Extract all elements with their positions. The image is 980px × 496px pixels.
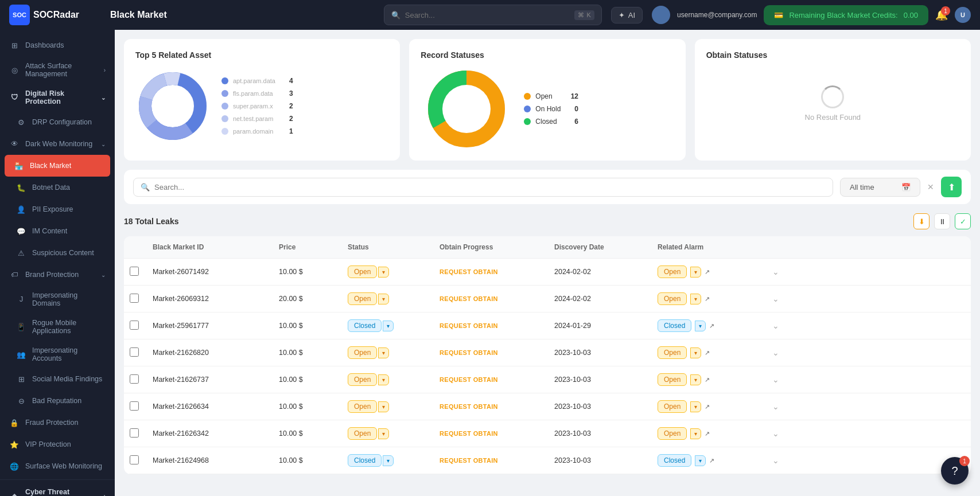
checkbox-6[interactable]: [130, 428, 139, 438]
credits-banner[interactable]: 💳 Remaining Black Market Credits: 0.00: [764, 5, 928, 25]
topbar-search[interactable]: 🔍 ⌘ K: [384, 5, 602, 25]
sidebar-item-dark-web[interactable]: 👁 Dark Web Monitoring ⌄: [0, 133, 115, 155]
alarm-dropdown-6[interactable]: ▾: [690, 428, 701, 439]
sidebar-item-suspicious[interactable]: ⚠ Suspicious Content: [0, 242, 115, 264]
row-obtain-2[interactable]: REQUEST OBTAIN: [434, 315, 549, 337]
checkbox-7[interactable]: [130, 455, 139, 464]
sidebar-item-black-market[interactable]: 🏪 Black Market: [5, 155, 110, 177]
sidebar-item-social-media[interactable]: ⊞ Social Media Findings: [0, 368, 115, 390]
alarm-link-6[interactable]: ↗: [705, 430, 710, 438]
sidebar-item-surface-web[interactable]: 🌐 Surface Web Monitoring: [0, 455, 115, 477]
alarm-link-0[interactable]: ↗: [705, 268, 710, 276]
expand-icon-6[interactable]: ⌄: [772, 429, 779, 438]
row-checkbox-3[interactable]: [124, 341, 147, 365]
row-checkbox-0[interactable]: [124, 260, 147, 284]
obtain-btn-6[interactable]: REQUEST OBTAIN: [440, 430, 498, 437]
notification-bell[interactable]: 🔔 1: [935, 9, 948, 21]
row-checkbox-6[interactable]: [124, 421, 147, 446]
sidebar-item-cti[interactable]: ◈ Cyber Threat Intelligence ›: [0, 482, 115, 496]
status-dropdown-2[interactable]: ▾: [383, 321, 394, 331]
expand-icon-4[interactable]: ⌄: [772, 375, 779, 384]
row-obtain-1[interactable]: REQUEST OBTAIN: [434, 288, 549, 310]
export-yellow-btn[interactable]: ⬇: [913, 213, 930, 229]
obtain-btn-2[interactable]: REQUEST OBTAIN: [440, 322, 498, 329]
sidebar-item-imp-accounts[interactable]: 👥 Impersonating Accounts: [0, 341, 115, 368]
row-expand-1[interactable]: ⌄: [767, 287, 790, 310]
row-expand-7[interactable]: ⌄: [767, 449, 790, 472]
expand-icon-3[interactable]: ⌄: [772, 348, 779, 357]
sidebar-item-bad-rep[interactable]: ⊖ Bad Reputation: [0, 390, 115, 412]
checkbox-0[interactable]: [130, 267, 139, 276]
expand-icon-1[interactable]: ⌄: [772, 294, 779, 303]
date-filter-btn[interactable]: All time 📅: [840, 178, 920, 197]
check-btn[interactable]: ✓: [955, 213, 971, 229]
row-checkbox-7[interactable]: [124, 448, 147, 473]
sidebar-item-im[interactable]: 💬 IM Content: [0, 220, 115, 242]
obtain-btn-0[interactable]: REQUEST OBTAIN: [440, 268, 498, 275]
export-btn[interactable]: ⬆: [941, 177, 962, 197]
expand-icon-2[interactable]: ⌄: [772, 321, 779, 330]
status-dropdown-5[interactable]: ▾: [378, 401, 389, 412]
sidebar-item-vip[interactable]: ⭐ VIP Protection: [0, 433, 115, 455]
expand-icon-5[interactable]: ⌄: [772, 402, 779, 411]
row-expand-4[interactable]: ⌄: [767, 368, 790, 391]
checkbox-5[interactable]: [130, 401, 139, 411]
sidebar-item-digital-risk[interactable]: 🛡 Digital Risk Protection ⌄: [0, 84, 115, 111]
alarm-link-5[interactable]: ↗: [705, 403, 710, 411]
expand-icon-7[interactable]: ⌄: [772, 456, 779, 465]
obtain-btn-3[interactable]: REQUEST OBTAIN: [440, 349, 498, 356]
ai-button[interactable]: ✦ AI: [611, 7, 643, 24]
row-checkbox-4[interactable]: [124, 368, 147, 392]
alarm-link-4[interactable]: ↗: [705, 376, 710, 384]
alarm-link-2[interactable]: ↗: [709, 322, 714, 330]
sidebar-item-attack-surface[interactable]: ◎ Attack Surface Management ›: [0, 56, 115, 84]
checkbox-1[interactable]: [130, 294, 139, 303]
sidebar-item-botnet[interactable]: 🐛 Botnet Data: [0, 177, 115, 198]
status-dropdown-4[interactable]: ▾: [378, 374, 389, 385]
row-obtain-7[interactable]: REQUEST OBTAIN: [434, 450, 549, 471]
alarm-link-1[interactable]: ↗: [705, 295, 710, 303]
sidebar-item-fraud[interactable]: 🔒 Fraud Protection: [0, 412, 115, 433]
status-dropdown-6[interactable]: ▾: [378, 428, 389, 439]
status-dropdown-3[interactable]: ▾: [378, 347, 389, 358]
obtain-btn-5[interactable]: REQUEST OBTAIN: [440, 403, 498, 410]
checkbox-2[interactable]: [130, 321, 139, 330]
checkbox-3[interactable]: [130, 347, 139, 357]
status-dropdown-0[interactable]: ▾: [378, 267, 389, 278]
alarm-dropdown-4[interactable]: ▾: [690, 374, 701, 385]
row-obtain-3[interactable]: REQUEST OBTAIN: [434, 342, 549, 364]
expand-icon-0[interactable]: ⌄: [772, 267, 779, 276]
alarm-dropdown-7[interactable]: ▾: [695, 455, 706, 466]
sidebar-item-brand[interactable]: 🏷 Brand Protection ⌄: [0, 264, 115, 286]
user-initials[interactable]: U: [955, 7, 971, 23]
alarm-dropdown-1[interactable]: ▾: [690, 294, 701, 304]
row-obtain-6[interactable]: REQUEST OBTAIN: [434, 423, 549, 444]
row-checkbox-2[interactable]: [124, 314, 147, 338]
row-obtain-0[interactable]: REQUEST OBTAIN: [434, 261, 549, 283]
sidebar-item-dashboards[interactable]: ⊞ Dashboards: [0, 34, 115, 56]
row-obtain-4[interactable]: REQUEST OBTAIN: [434, 369, 549, 390]
row-expand-6[interactable]: ⌄: [767, 422, 790, 445]
sidebar-item-impersonating-domains[interactable]: J Impersonating Domains: [0, 286, 115, 313]
alarm-dropdown-0[interactable]: ▾: [690, 267, 701, 278]
row-expand-0[interactable]: ⌄: [767, 260, 790, 283]
row-expand-5[interactable]: ⌄: [767, 395, 790, 418]
row-expand-3[interactable]: ⌄: [767, 341, 790, 364]
row-checkbox-5[interactable]: [124, 395, 147, 419]
sidebar-item-pii[interactable]: 👤 PII Exposure: [0, 198, 115, 220]
alarm-dropdown-2[interactable]: ▾: [695, 321, 706, 331]
search-input[interactable]: [405, 11, 570, 19]
sidebar-item-rogue-mobile[interactable]: 📱 Rogue Mobile Applications: [0, 313, 115, 341]
checkbox-4[interactable]: [130, 374, 139, 384]
obtain-btn-7[interactable]: REQUEST OBTAIN: [440, 457, 498, 464]
sidebar-item-drp-config[interactable]: ⚙ DRP Configuration: [0, 111, 115, 133]
alarm-dropdown-3[interactable]: ▾: [690, 347, 701, 358]
status-dropdown-7[interactable]: ▾: [383, 455, 394, 466]
table-search-input[interactable]: [154, 183, 826, 192]
obtain-btn-1[interactable]: REQUEST OBTAIN: [440, 295, 498, 302]
obtain-btn-4[interactable]: REQUEST OBTAIN: [440, 376, 498, 383]
row-obtain-5[interactable]: REQUEST OBTAIN: [434, 396, 549, 417]
table-search-container[interactable]: 🔍: [133, 178, 833, 197]
alarm-link-7[interactable]: ↗: [709, 457, 714, 464]
status-dropdown-1[interactable]: ▾: [378, 294, 389, 304]
